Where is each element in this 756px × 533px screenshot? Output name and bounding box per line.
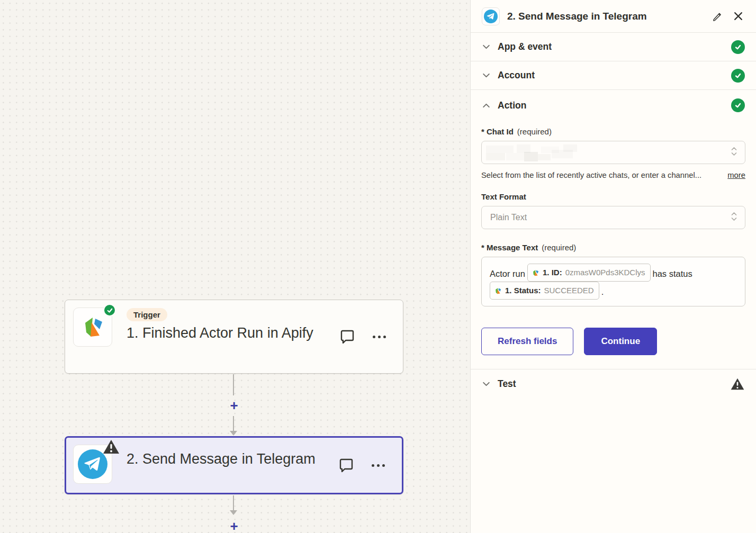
message-middle: has status [653, 269, 692, 278]
zapier-editor: Trigger 1. Finished Actor Run in Apify + [0, 0, 756, 533]
connector-arrow-top [230, 431, 237, 436]
continue-button[interactable]: Continue [584, 328, 657, 355]
chat-id-select[interactable] [481, 141, 745, 164]
connector-line-mid [233, 416, 234, 432]
text-format-select[interactable]: Plain Text [481, 206, 745, 229]
action-step-title: 2. Send Message in Telegram [127, 449, 317, 469]
add-note-button[interactable] [339, 328, 355, 345]
connector-line-bottom [233, 495, 234, 511]
action-step-card-selected[interactable]: 2. Send Message in Telegram [65, 436, 403, 494]
message-prefix: Actor run [490, 269, 525, 278]
refresh-fields-button[interactable]: Refresh fields [481, 328, 573, 355]
section-app-event[interactable]: App & event [471, 33, 756, 61]
rename-step-button[interactable] [710, 9, 724, 23]
redacted-chat-id-value [486, 144, 597, 161]
message-text-input[interactable]: Actor run1. ID:0zmasW0Pds3KDClyshas stat… [481, 257, 745, 306]
add-step-button-bottom[interactable]: + [226, 518, 242, 533]
chat-id-help-text: Select from the list of recently active … [481, 171, 718, 179]
chevron-up-icon [482, 101, 491, 110]
trigger-badge: Trigger [127, 308, 167, 321]
section-label: Action [498, 100, 731, 111]
stepper-icon [731, 147, 737, 159]
section-success-badge [731, 40, 745, 54]
check-icon [106, 307, 113, 314]
telegram-app-icon-small [482, 7, 500, 25]
close-icon [734, 12, 743, 21]
text-format-label: Text Format [481, 192, 745, 201]
section-action[interactable]: Action [471, 90, 756, 121]
chevron-down-icon [482, 380, 491, 389]
comment-icon [339, 328, 355, 345]
step-warning-badge [102, 439, 120, 455]
more-options-icon[interactable] [373, 336, 386, 338]
check-icon [734, 72, 742, 79]
check-icon [734, 102, 742, 109]
add-step-button-top[interactable]: + [226, 398, 242, 414]
section-label: App & event [498, 41, 731, 52]
telegram-app-icon [73, 445, 112, 484]
step-success-badge [103, 304, 116, 317]
apify-app-icon [73, 308, 112, 347]
section-label: Account [498, 70, 731, 81]
apify-logo-icon [532, 269, 539, 277]
apify-logo-icon [80, 314, 105, 340]
add-note-button[interactable] [338, 457, 354, 474]
action-form: * Chat Id(required) [471, 121, 756, 355]
test-warning-icon [730, 377, 745, 391]
section-label: Test [498, 378, 730, 390]
text-format-value: Plain Text [490, 213, 527, 222]
close-panel-button[interactable] [732, 10, 745, 23]
panel-header: 2. Send Message in Telegram [471, 0, 756, 33]
apify-logo-icon [494, 287, 502, 295]
field-token-run-id[interactable]: 1. ID:0zmasW0Pds3KDClys [527, 264, 651, 282]
chevron-down-icon [482, 42, 491, 51]
trigger-step-title: 1. Finished Actor Run in Apify [127, 323, 317, 344]
section-success-badge [731, 69, 745, 83]
more-link[interactable]: more [727, 171, 745, 179]
connector-arrow-bottom [230, 510, 237, 515]
section-success-badge [731, 98, 745, 112]
stepper-icon [731, 212, 737, 224]
section-account[interactable]: Account [471, 61, 756, 90]
chevron-down-icon [482, 71, 491, 80]
message-suffix: . [601, 287, 604, 296]
section-test[interactable]: Test [471, 369, 756, 399]
pencil-icon [712, 11, 722, 21]
connector-line-top [233, 374, 234, 395]
workflow-canvas[interactable]: Trigger 1. Finished Actor Run in Apify + [0, 0, 470, 533]
panel-title: 2. Send Message in Telegram [507, 11, 710, 22]
field-token-run-status[interactable]: 1. Status:SUCCEEDED [490, 282, 599, 300]
telegram-logo-icon [484, 10, 498, 23]
step-config-panel: 2. Send Message in Telegram App & event … [470, 0, 756, 533]
chat-id-label: * Chat Id(required) [481, 127, 745, 136]
message-text-label: * Message Text(required) [481, 243, 745, 252]
check-icon [734, 43, 742, 51]
trigger-step-card[interactable]: Trigger 1. Finished Actor Run in Apify [65, 300, 403, 374]
warning-triangle-icon [102, 439, 120, 455]
comment-icon [338, 457, 354, 474]
more-options-icon[interactable] [372, 464, 385, 467]
